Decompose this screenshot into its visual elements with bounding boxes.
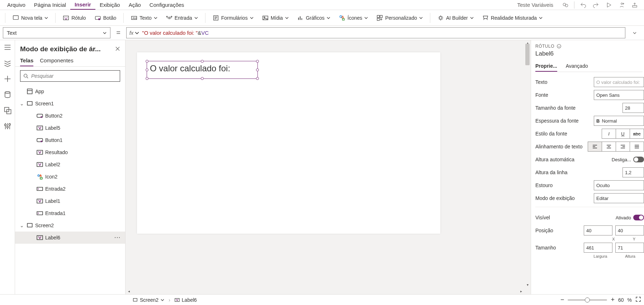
media-panel-icon[interactable] (3, 106, 12, 115)
tree-item-app[interactable]: App (15, 85, 125, 97)
menu-configuracoes[interactable]: Configurações (145, 0, 189, 9)
tools-icon[interactable] (3, 122, 12, 130)
prop-altura-linha-input[interactable]: 1,2 (622, 167, 644, 177)
tree-item-button2[interactable]: Button2 (15, 110, 125, 122)
canvas[interactable]: O valor calculado foi: ▴ ▾ ◂ ▸ (126, 40, 531, 294)
tab-propriedades[interactable]: Proprie... (535, 61, 557, 72)
resize-handle[interactable] (201, 60, 204, 63)
horizontal-scrollbar[interactable]: ◂ ▸ (126, 288, 524, 294)
ribbon-midia[interactable]: Mídia (259, 12, 292, 24)
scroll-down-icon[interactable]: ▾ (524, 281, 531, 288)
fit-screen-button[interactable] (635, 296, 641, 303)
more-icon[interactable]: ··· (114, 235, 125, 240)
prop-altura-input[interactable]: 71 (615, 243, 644, 253)
ribbon-personalizado[interactable]: Personalizado (373, 12, 426, 24)
prop-pos-y-input[interactable]: 40 (615, 225, 644, 235)
tree-search[interactable] (20, 70, 120, 82)
tree-view-icon[interactable] (3, 59, 12, 67)
tree-item-button1[interactable]: Button1 (15, 134, 125, 146)
resize-handle[interactable] (256, 68, 259, 71)
resize-handle[interactable] (146, 60, 148, 63)
italic-button[interactable]: I (602, 129, 616, 139)
resize-handle[interactable] (201, 77, 204, 80)
search-input[interactable] (31, 73, 117, 79)
align-right-button[interactable] (616, 142, 630, 152)
tab-componentes[interactable]: Componentes (40, 55, 73, 66)
undo-icon[interactable] (577, 0, 589, 10)
app-checker-icon[interactable] (559, 0, 572, 10)
ribbon-entrada[interactable]: Entrada (162, 12, 202, 24)
chevron-down-icon[interactable]: ⌄ (19, 101, 24, 106)
close-icon[interactable] (115, 46, 120, 52)
ribbon-ai-builder[interactable]: AI Builder (434, 12, 477, 24)
play-icon[interactable] (602, 0, 615, 10)
property-selector[interactable]: Text (3, 27, 110, 38)
tree-item-entrada2[interactable]: Entrada2 (15, 183, 125, 195)
prop-modo-exibicao-select[interactable]: Editar (594, 193, 644, 203)
resize-handle[interactable] (256, 77, 259, 80)
selected-label-control[interactable]: O valor calculado foi: (147, 61, 258, 79)
tree-item-screen1[interactable]: ⌄ Screen1 (15, 97, 125, 110)
altura-auto-toggle[interactable] (633, 157, 644, 162)
tree-item-entrada1[interactable]: Entrada1 (15, 207, 125, 219)
resize-handle[interactable] (146, 77, 148, 80)
formula-input[interactable]: fx "O valor calculado foi: "&VC (126, 27, 625, 38)
align-left-button[interactable] (588, 142, 602, 152)
tree-item-label2[interactable]: Label2 (15, 158, 125, 171)
scroll-right-icon[interactable]: ▸ (518, 288, 524, 294)
menu-arquivo[interactable]: Arquivo (3, 0, 30, 9)
tree-item-label5[interactable]: Label5 (15, 122, 125, 134)
prop-texto-input[interactable]: O valor calculado foi: (594, 77, 644, 87)
menu-inserir[interactable]: Inserir (70, 0, 95, 10)
insert-icon[interactable] (3, 75, 12, 83)
control-name[interactable]: Label6 (535, 49, 644, 61)
info-icon[interactable] (557, 44, 562, 49)
breadcrumb-control[interactable]: Label6 (175, 297, 197, 303)
resize-handle[interactable] (256, 60, 259, 63)
zoom-slider[interactable] (568, 299, 607, 301)
zoom-in-button[interactable]: + (611, 296, 615, 304)
ribbon-botao[interactable]: Botão (91, 12, 120, 24)
align-center-button[interactable] (602, 142, 616, 152)
underline-button[interactable]: U (616, 129, 630, 139)
vertical-scrollbar[interactable]: ▴ ▾ (524, 40, 531, 288)
ribbon-formularios[interactable]: Formulários (209, 12, 257, 24)
canvas-screen[interactable]: O valor calculado foi: (137, 52, 440, 234)
prop-fonte-select[interactable]: Open Sans (594, 90, 644, 100)
scroll-left-icon[interactable]: ◂ (126, 288, 132, 294)
tab-avancado[interactable]: Avançado (566, 61, 588, 72)
ribbon-rotulo[interactable]: Rótulo (59, 12, 89, 24)
prop-tamanho-fonte-input[interactable]: 28 (622, 103, 644, 113)
data-icon[interactable] (3, 90, 12, 99)
prop-estouro-select[interactable]: Oculto (594, 180, 644, 190)
scroll-thumb[interactable] (525, 44, 530, 65)
tree-item-resultado[interactable]: Resultado (15, 146, 125, 158)
ribbon-nova-tela[interactable]: Nova tela (9, 12, 52, 24)
redo-icon[interactable] (589, 0, 602, 10)
tab-telas[interactable]: Telas (20, 55, 33, 66)
menu-exibicao[interactable]: Exibição (95, 0, 124, 9)
ribbon-realidade[interactable]: Realidade Misturada (479, 12, 546, 24)
align-justify-button[interactable] (630, 142, 644, 152)
share-icon[interactable] (615, 0, 628, 10)
ribbon-icones[interactable]: Ícones (335, 12, 371, 24)
prop-pos-x-input[interactable]: 40 (584, 225, 612, 235)
ribbon-graficos[interactable]: Gráficos (294, 12, 334, 24)
chevron-down-icon[interactable]: ⌄ (19, 223, 24, 228)
tree-item-label6[interactable]: Label6 ··· (15, 232, 125, 244)
publish-icon[interactable] (628, 0, 641, 10)
strikethrough-button[interactable]: abc (630, 129, 644, 139)
hamburger-icon[interactable] (3, 43, 12, 52)
ribbon-texto[interactable]: Abc Texto (127, 12, 161, 24)
menu-pagina-inicial[interactable]: Página Inicial (30, 0, 70, 9)
prop-espessura-select[interactable]: BNormal (594, 116, 644, 126)
zoom-out-button[interactable]: − (560, 296, 564, 304)
formula-expand[interactable] (628, 27, 641, 38)
menu-acao[interactable]: Ação (124, 0, 145, 9)
tree-item-screen2[interactable]: ⌄ Screen2 (15, 219, 125, 232)
resize-handle[interactable] (146, 68, 148, 71)
tree-item-label1[interactable]: Label1 (15, 195, 125, 207)
breadcrumb-screen[interactable]: Screen2 (133, 297, 164, 303)
visivel-toggle[interactable] (633, 215, 644, 220)
prop-largura-input[interactable]: 461 (584, 243, 612, 253)
